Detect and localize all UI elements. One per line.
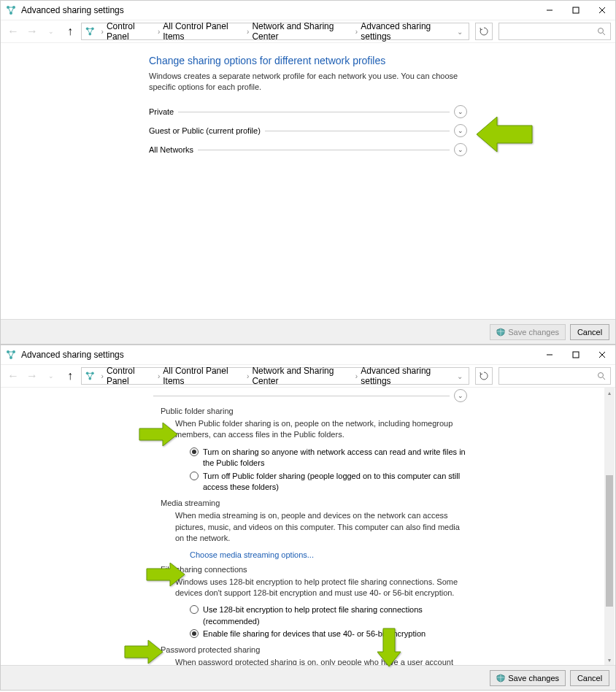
button-label: Save changes <box>508 328 559 337</box>
profile-label: Private <box>149 107 174 116</box>
button-label: Cancel <box>577 674 602 683</box>
breadcrumb-item[interactable]: Advanced sharing settings <box>361 21 454 42</box>
profile-guest-public[interactable]: Guest or Public (current profile) ⌄ <box>149 121 467 140</box>
profile-all-networks-cutoff: ⌄ <box>149 391 467 401</box>
save-changes-button[interactable]: Save changes <box>490 670 566 686</box>
annotation-arrow <box>136 420 177 449</box>
chevron-down-icon[interactable]: ⌄ <box>454 389 467 402</box>
divider <box>198 150 450 150</box>
svg-line-23 <box>603 377 605 380</box>
radio-label: Use 128-bit encryption to help protect f… <box>203 604 467 627</box>
breadcrumb-item[interactable]: Network and Sharing Center <box>252 21 352 42</box>
breadcrumb-dropdown[interactable]: ⌄ <box>454 372 466 380</box>
navbar: ← → ⌄ ↑ › Control Panel › All Control Pa… <box>1 20 615 43</box>
radio-label: Turn off Public folder sharing (people l… <box>203 471 467 493</box>
minimize-button[interactable] <box>536 345 563 364</box>
breadcrumb-item[interactable]: Advanced sharing settings <box>361 366 454 386</box>
recent-dropdown[interactable]: ⌄ <box>43 23 59 39</box>
breadcrumb-item[interactable]: All Control Panel Items <box>163 366 244 386</box>
navbar: ← → ⌄ ↑ › Control Panel › All Control Pa… <box>1 364 615 388</box>
network-icon <box>85 370 96 382</box>
breadcrumb[interactable]: › Control Panel › All Control Panel Item… <box>81 23 469 40</box>
divider <box>265 131 450 131</box>
cancel-button[interactable]: Cancel <box>570 670 609 686</box>
profile-private[interactable]: Private ⌄ <box>149 102 467 121</box>
section-desc: When media streaming is on, people and d… <box>175 510 467 544</box>
back-button[interactable]: ← <box>5 23 21 39</box>
section-password: Password protected sharing <box>161 645 467 654</box>
section-desc: When Public folder sharing is on, people… <box>175 418 467 441</box>
window-title: Advanced sharing settings <box>21 5 536 15</box>
search-input[interactable] <box>498 367 611 385</box>
button-label: Cancel <box>577 328 602 337</box>
radio-public-on[interactable]: Turn on sharing so anyone with network a… <box>190 447 467 469</box>
breadcrumb-item[interactable]: Network and Sharing Center <box>252 366 352 386</box>
maximize-button[interactable] <box>563 345 589 364</box>
window-title: Advanced sharing settings <box>21 350 536 360</box>
media-streaming-link[interactable]: Choose media streaming options... <box>190 550 467 559</box>
annotation-arrow <box>374 626 404 666</box>
search-icon <box>597 372 606 380</box>
forward-button[interactable]: → <box>24 368 40 384</box>
radio-public-off[interactable]: Turn off Public folder sharing (people l… <box>190 471 467 493</box>
save-changes-button[interactable]: Save changes <box>490 324 566 340</box>
button-label: Save changes <box>508 674 559 683</box>
search-input[interactable] <box>498 23 611 40</box>
radio-icon <box>190 447 199 456</box>
chevron-down-icon[interactable]: ⌄ <box>454 143 467 156</box>
section-public-folder: Public folder sharing <box>161 407 467 415</box>
minimize-button[interactable] <box>536 1 563 20</box>
breadcrumb-dropdown[interactable]: ⌄ <box>454 28 466 36</box>
svg-line-11 <box>603 33 605 35</box>
profile-all-networks[interactable]: All Networks ⌄ <box>149 140 467 159</box>
scrollbar[interactable]: ▴ ▾ <box>604 388 615 665</box>
maximize-button[interactable] <box>563 1 589 20</box>
close-button[interactable] <box>589 345 615 364</box>
shield-icon <box>496 674 505 683</box>
divider <box>178 112 450 112</box>
refresh-button[interactable] <box>475 367 493 385</box>
radio-icon <box>190 472 199 480</box>
forward-button[interactable]: → <box>24 23 40 39</box>
window-bottom: Advanced sharing settings ← → ⌄ ↑ › Cont… <box>0 345 616 691</box>
radio-40-56bit[interactable]: Enable file sharing for devices that use… <box>190 628 467 639</box>
network-icon <box>85 26 96 37</box>
recent-dropdown[interactable]: ⌄ <box>43 368 59 384</box>
radio-icon <box>190 629 199 638</box>
chevron-down-icon[interactable]: ⌄ <box>454 124 467 137</box>
profile-label: Guest or Public (current profile) <box>149 126 261 135</box>
window-top: Advanced sharing settings ← → ⌄ ↑ › Cont… <box>0 0 616 345</box>
annotation-arrow <box>122 637 163 666</box>
shield-icon <box>496 328 505 337</box>
radio-128bit[interactable]: Use 128-bit encryption to help protect f… <box>190 604 467 627</box>
breadcrumb-item[interactable]: Control Panel <box>107 366 155 386</box>
footer: Save changes Cancel <box>1 319 615 344</box>
close-button[interactable] <box>589 1 615 20</box>
refresh-button[interactable] <box>475 23 493 40</box>
titlebar: Advanced sharing settings <box>1 1 615 20</box>
network-icon <box>5 349 17 361</box>
scroll-down-icon[interactable]: ▾ <box>604 655 615 665</box>
svg-point-10 <box>598 28 604 34</box>
section-media: Media streaming <box>161 499 467 507</box>
page-description: Windows creates a separate network profi… <box>149 71 467 93</box>
scroll-up-icon[interactable]: ▴ <box>604 388 615 398</box>
breadcrumb[interactable]: › Control Panel › All Control Panel Item… <box>81 367 469 385</box>
profile-label: All Networks <box>149 145 193 154</box>
up-button[interactable]: ↑ <box>62 368 78 384</box>
annotation-arrow <box>477 114 535 155</box>
svg-rect-16 <box>573 352 579 358</box>
page-heading: Change sharing options for different net… <box>149 55 467 66</box>
up-button[interactable]: ↑ <box>62 23 78 39</box>
svg-rect-4 <box>573 7 579 13</box>
chevron-down-icon[interactable]: ⌄ <box>454 105 467 118</box>
cancel-button[interactable]: Cancel <box>570 324 609 340</box>
footer: Save changes Cancel <box>1 665 615 690</box>
svg-point-22 <box>598 373 604 378</box>
back-button[interactable]: ← <box>5 368 21 384</box>
breadcrumb-item[interactable]: All Control Panel Items <box>163 21 244 42</box>
breadcrumb-item[interactable]: Control Panel <box>107 21 155 42</box>
radio-label: Turn on sharing so anyone with network a… <box>203 447 467 469</box>
annotation-arrow <box>144 560 185 589</box>
scrollbar-thumb[interactable] <box>606 475 613 607</box>
